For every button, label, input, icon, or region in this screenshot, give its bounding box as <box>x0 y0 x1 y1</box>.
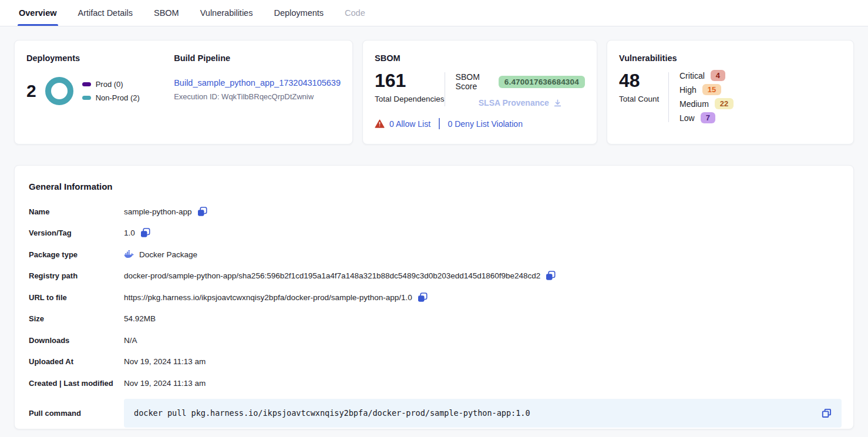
list-links-divider <box>439 118 440 129</box>
tab-deployments[interactable]: Deployments <box>274 0 324 26</box>
url-label: URL to file <box>27 293 124 302</box>
downloads-label: Downloads <box>27 336 124 345</box>
copy-icon <box>418 293 428 302</box>
nonprod-swatch-icon <box>82 96 91 100</box>
execution-id-text: Execution ID: WqkTilbBRqecQrpDtZwniw <box>174 92 341 101</box>
copy-registry-path-button[interactable] <box>546 271 556 281</box>
uploaded-at-label: Uploaded At <box>27 357 124 366</box>
slsa-provenance-label: SLSA Provenance <box>479 98 549 107</box>
legend-prod-label: Prod (0) <box>96 80 123 89</box>
tab-bar: Overview Artifact Details SBOM Vulnerabi… <box>0 0 868 26</box>
download-icon <box>553 99 562 107</box>
row-downloads: Downloads N/A <box>27 330 842 351</box>
pull-command-box: docker pull pkg.harness.io/ikpsjoavtcwxn… <box>124 399 842 428</box>
copy-pull-command-button[interactable] <box>821 408 832 419</box>
general-information-title: General Information <box>29 181 842 191</box>
uploaded-at-value: Nov 19, 2024 11:13 am <box>124 357 206 366</box>
row-pull-command: Pull command docker pull pkg.harness.io/… <box>27 399 842 428</box>
summary-cards-row: Deployments 2 Prod (0) Non-Prod (2) Buil… <box>14 40 854 144</box>
created-modified-value: Nov 19, 2024 11:13 am <box>124 379 206 388</box>
deployments-title: Deployments <box>26 53 162 63</box>
low-label: Low <box>679 113 695 123</box>
copy-url-button[interactable] <box>418 293 428 302</box>
sbom-title: SBOM <box>375 53 585 63</box>
row-uploaded-at: Uploaded At Nov 19, 2024 11:13 am <box>27 351 842 373</box>
sbom-card: SBOM 161 Total Dependencies SBOM Score 6… <box>362 40 597 144</box>
copy-icon <box>140 228 150 238</box>
row-name: Name sample-python-app <box>27 201 842 223</box>
package-type-value: Docker Package <box>139 250 197 259</box>
tab-overview[interactable]: Overview <box>19 0 57 26</box>
package-type-label: Package type <box>27 250 124 259</box>
severity-row-high: High 15 <box>679 84 842 95</box>
allow-list-link[interactable]: 0 Allow List <box>389 119 430 129</box>
pipeline-link[interactable]: Build_sample_python_app_1732043105639 <box>174 78 341 88</box>
size-value: 54.92MB <box>124 314 156 323</box>
tab-vulnerabilities[interactable]: Vulnerabilities <box>200 0 253 26</box>
deployments-section: Deployments 2 Prod (0) Non-Prod (2) <box>26 53 162 131</box>
vulnerabilities-total-count: 48 <box>619 71 668 90</box>
low-count-badge: 7 <box>701 112 715 123</box>
row-package-type: Package type Docker Package <box>27 244 842 265</box>
docker-icon <box>124 250 134 258</box>
row-version: Version/Tag 1.0 <box>27 223 842 244</box>
severity-row-medium: Medium 22 <box>679 98 842 109</box>
warning-triangle-icon <box>375 119 385 128</box>
sbom-divider <box>445 72 445 106</box>
registry-path-value: docker-prod/sample-python-app/sha256:596… <box>124 271 540 280</box>
legend-item-prod: Prod (0) <box>82 80 140 89</box>
severity-row-critical: Critical 4 <box>679 70 842 81</box>
registry-path-label: Registry path <box>27 271 124 280</box>
deny-list-violation-link[interactable]: 0 Deny List Violation <box>448 119 523 129</box>
slsa-provenance-link[interactable]: SLSA Provenance <box>456 98 585 107</box>
copy-icon <box>197 207 207 217</box>
created-modified-label: Created | Last modified <box>27 379 124 388</box>
severity-list: Critical 4 High 15 Medium 22 Low 7 <box>679 70 842 123</box>
legend-item-nonprod: Non-Prod (2) <box>82 93 140 102</box>
medium-label: Medium <box>679 99 709 109</box>
general-information-card: General Information Name sample-python-a… <box>14 165 854 429</box>
row-registry-path: Registry path docker-prod/sample-python-… <box>27 265 842 287</box>
url-value: https://pkg.harness.io/ikpsjoavtcwxnqisy… <box>124 293 412 302</box>
name-value: sample-python-app <box>124 207 192 216</box>
copy-name-button[interactable] <box>197 207 207 217</box>
vulnerabilities-card: Vulnerabilities 48 Total Count Critical … <box>607 40 854 144</box>
severity-row-low: Low 7 <box>679 112 842 123</box>
sbom-total-label: Total Dependencies <box>375 95 445 103</box>
sbom-score-badge: 6.470017636684304 <box>499 76 585 88</box>
tab-sbom[interactable]: SBOM <box>154 0 179 26</box>
version-label: Version/Tag <box>27 228 124 237</box>
sbom-score-label: SBOM Score <box>456 72 493 91</box>
row-created-modified: Created | Last modified Nov 19, 2024 11:… <box>27 372 842 394</box>
critical-count-badge: 4 <box>711 70 725 81</box>
tab-code: Code <box>345 0 365 26</box>
general-information-rows: Name sample-python-app Version/Tag 1.0 <box>27 201 842 428</box>
deployments-donut-chart <box>45 77 73 105</box>
prod-swatch-icon <box>82 82 91 86</box>
deployments-total: 2 <box>26 82 36 100</box>
copy-icon <box>546 271 556 281</box>
pull-command-value: docker pull pkg.harness.io/ikpsjoavtcwxn… <box>134 408 530 418</box>
build-pipeline-section: Build Pipeline Build_sample_python_app_1… <box>162 53 341 131</box>
build-pipeline-title: Build Pipeline <box>174 53 341 63</box>
row-url: URL to file https://pkg.harness.io/ikpsj… <box>27 287 842 308</box>
version-value: 1.0 <box>124 228 135 237</box>
legend-nonprod-label: Non-Prod (2) <box>96 93 140 102</box>
medium-count-badge: 22 <box>715 98 734 109</box>
high-label: High <box>679 85 697 95</box>
vulnerabilities-title: Vulnerabilities <box>619 53 842 63</box>
vulnerabilities-divider <box>668 72 669 122</box>
copy-version-button[interactable] <box>140 228 150 238</box>
critical-label: Critical <box>679 71 705 80</box>
high-count-badge: 15 <box>702 84 721 95</box>
vulnerabilities-total-label: Total Count <box>619 95 668 103</box>
copy-outline-icon <box>821 408 832 419</box>
downloads-value: N/A <box>124 336 137 345</box>
pull-command-label: Pull command <box>27 409 124 418</box>
row-size: Size 54.92MB <box>27 308 842 330</box>
sbom-total-dependencies: 161 <box>375 71 445 90</box>
name-label: Name <box>27 207 124 216</box>
deployments-card: Deployments 2 Prod (0) Non-Prod (2) Buil… <box>14 40 353 144</box>
deployments-legend: Prod (0) Non-Prod (2) <box>82 80 140 102</box>
tab-artifact-details[interactable]: Artifact Details <box>78 0 133 26</box>
